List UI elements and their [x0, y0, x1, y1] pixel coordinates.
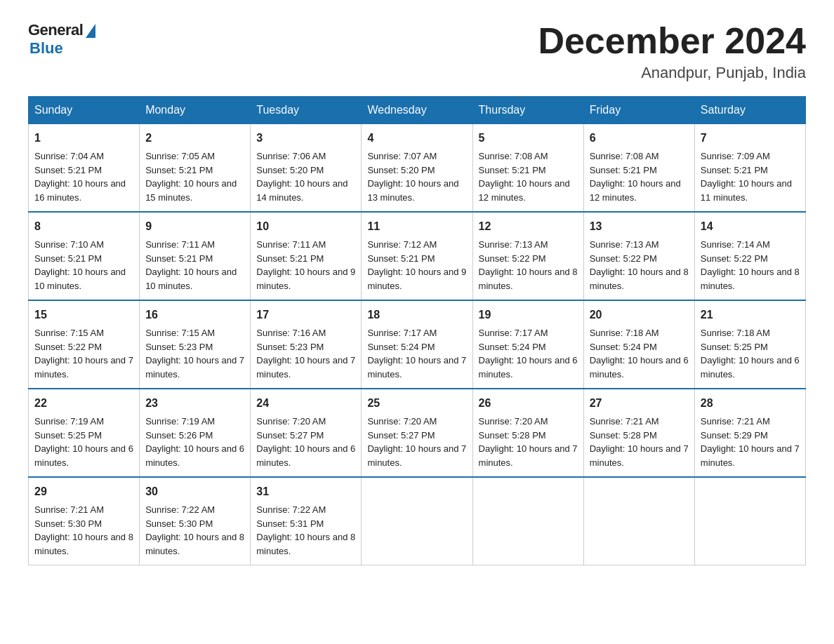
calendar-header-thursday: Thursday [472, 97, 583, 124]
calendar-week-row: 8Sunrise: 7:10 AMSunset: 5:21 PMDaylight… [29, 212, 806, 300]
calendar-cell: 7Sunrise: 7:09 AMSunset: 5:21 PMDaylight… [694, 124, 805, 213]
daylight-text: Daylight: 10 hours and 6 minutes. [256, 443, 355, 468]
sunset-text: Sunset: 5:24 PM [479, 342, 546, 352]
calendar-cell: 21Sunrise: 7:18 AMSunset: 5:25 PMDayligh… [694, 300, 805, 389]
sunrise-text: Sunrise: 7:08 AM [479, 151, 548, 161]
calendar-cell: 17Sunrise: 7:16 AMSunset: 5:23 PMDayligh… [251, 300, 362, 389]
daylight-text: Daylight: 10 hours and 7 minutes. [367, 443, 466, 468]
calendar-cell [362, 477, 472, 565]
calendar-cell: 23Sunrise: 7:19 AMSunset: 5:26 PMDayligh… [140, 389, 251, 477]
sunrise-text: Sunrise: 7:12 AM [367, 239, 437, 250]
daylight-text: Daylight: 10 hours and 9 minutes. [256, 267, 355, 291]
sunrise-text: Sunrise: 7:21 AM [34, 504, 104, 515]
day-number: 8 [34, 218, 133, 235]
calendar-cell [694, 477, 805, 565]
calendar-cell: 1Sunrise: 7:04 AMSunset: 5:21 PMDaylight… [29, 124, 140, 213]
daylight-text: Daylight: 10 hours and 9 minutes. [367, 267, 466, 291]
daylight-text: Daylight: 10 hours and 7 minutes. [590, 443, 689, 468]
daylight-text: Daylight: 10 hours and 7 minutes. [145, 355, 244, 380]
calendar-cell: 10Sunrise: 7:11 AMSunset: 5:21 PMDayligh… [251, 212, 362, 300]
sunset-text: Sunset: 5:28 PM [479, 430, 546, 441]
daylight-text: Daylight: 10 hours and 13 minutes. [367, 178, 458, 203]
calendar-header-saturday: Saturday [694, 97, 805, 124]
sunset-text: Sunset: 5:27 PM [367, 430, 435, 441]
sunrise-text: Sunrise: 7:11 AM [145, 239, 215, 250]
day-number: 20 [590, 307, 689, 323]
daylight-text: Daylight: 10 hours and 8 minutes. [145, 532, 244, 556]
daylight-text: Daylight: 10 hours and 7 minutes. [367, 355, 466, 380]
daylight-text: Daylight: 10 hours and 6 minutes. [34, 443, 133, 468]
daylight-text: Daylight: 10 hours and 6 minutes. [701, 355, 800, 380]
sunset-text: Sunset: 5:22 PM [34, 342, 102, 352]
daylight-text: Daylight: 10 hours and 10 minutes. [145, 267, 237, 291]
calendar-cell: 30Sunrise: 7:22 AMSunset: 5:30 PMDayligh… [140, 477, 251, 565]
sunrise-text: Sunrise: 7:18 AM [701, 328, 770, 338]
day-number: 4 [367, 130, 466, 147]
calendar-cell: 5Sunrise: 7:08 AMSunset: 5:21 PMDaylight… [472, 124, 583, 213]
sunset-text: Sunset: 5:22 PM [701, 253, 768, 264]
calendar-cell: 20Sunrise: 7:18 AMSunset: 5:24 PMDayligh… [583, 300, 694, 389]
sunrise-text: Sunrise: 7:13 AM [479, 239, 548, 250]
daylight-text: Daylight: 10 hours and 8 minutes. [590, 267, 689, 291]
calendar-header-row: SundayMondayTuesdayWednesdayThursdayFrid… [29, 97, 806, 124]
day-number: 24 [256, 395, 355, 412]
day-number: 15 [34, 307, 133, 323]
calendar-cell: 31Sunrise: 7:22 AMSunset: 5:31 PMDayligh… [251, 477, 362, 565]
calendar-cell: 15Sunrise: 7:15 AMSunset: 5:22 PMDayligh… [29, 300, 140, 389]
daylight-text: Daylight: 10 hours and 8 minutes. [479, 267, 578, 291]
sunrise-text: Sunrise: 7:11 AM [256, 239, 326, 250]
sunrise-text: Sunrise: 7:19 AM [145, 416, 215, 427]
calendar-week-row: 22Sunrise: 7:19 AMSunset: 5:25 PMDayligh… [29, 389, 806, 477]
sunset-text: Sunset: 5:30 PM [145, 518, 213, 529]
daylight-text: Daylight: 10 hours and 7 minutes. [701, 443, 800, 468]
calendar-cell: 4Sunrise: 7:07 AMSunset: 5:20 PMDaylight… [362, 124, 472, 213]
calendar-cell: 12Sunrise: 7:13 AMSunset: 5:22 PMDayligh… [472, 212, 583, 300]
day-number: 25 [367, 395, 466, 412]
page-header: General Blue December 2024 Anandpur, Pun… [28, 21, 806, 82]
daylight-text: Daylight: 10 hours and 6 minutes. [145, 443, 244, 468]
calendar-cell [472, 477, 583, 565]
month-title: December 2024 [538, 21, 806, 61]
sunrise-text: Sunrise: 7:13 AM [590, 239, 659, 250]
sunset-text: Sunset: 5:21 PM [701, 165, 768, 175]
sunset-text: Sunset: 5:20 PM [256, 165, 324, 175]
calendar-cell: 24Sunrise: 7:20 AMSunset: 5:27 PMDayligh… [251, 389, 362, 477]
sunset-text: Sunset: 5:29 PM [701, 430, 768, 441]
sunset-text: Sunset: 5:21 PM [590, 165, 657, 175]
calendar-week-row: 15Sunrise: 7:15 AMSunset: 5:22 PMDayligh… [29, 300, 806, 389]
day-number: 14 [701, 218, 800, 235]
calendar-cell: 27Sunrise: 7:21 AMSunset: 5:28 PMDayligh… [583, 389, 694, 477]
sunset-text: Sunset: 5:21 PM [34, 165, 102, 175]
sunrise-text: Sunrise: 7:08 AM [590, 151, 659, 161]
sunrise-text: Sunrise: 7:15 AM [145, 328, 215, 338]
day-number: 30 [145, 483, 244, 500]
sunrise-text: Sunrise: 7:10 AM [34, 239, 104, 250]
calendar-cell: 16Sunrise: 7:15 AMSunset: 5:23 PMDayligh… [140, 300, 251, 389]
sunrise-text: Sunrise: 7:17 AM [479, 328, 548, 338]
daylight-text: Daylight: 10 hours and 6 minutes. [590, 355, 689, 380]
calendar-cell: 8Sunrise: 7:10 AMSunset: 5:21 PMDaylight… [29, 212, 140, 300]
day-number: 28 [701, 395, 800, 412]
daylight-text: Daylight: 10 hours and 7 minutes. [479, 443, 578, 468]
sunset-text: Sunset: 5:20 PM [367, 165, 435, 175]
sunrise-text: Sunrise: 7:19 AM [34, 416, 104, 427]
day-number: 22 [34, 395, 133, 412]
daylight-text: Daylight: 10 hours and 15 minutes. [145, 178, 237, 203]
daylight-text: Daylight: 10 hours and 8 minutes. [701, 267, 800, 291]
sunrise-text: Sunrise: 7:17 AM [367, 328, 437, 338]
sunset-text: Sunset: 5:21 PM [34, 253, 102, 264]
calendar-week-row: 29Sunrise: 7:21 AMSunset: 5:30 PMDayligh… [29, 477, 806, 565]
calendar-header-friday: Friday [583, 97, 694, 124]
logo: General Blue [28, 21, 95, 58]
calendar-cell: 28Sunrise: 7:21 AMSunset: 5:29 PMDayligh… [694, 389, 805, 477]
title-area: December 2024 Anandpur, Punjab, India [538, 21, 806, 82]
calendar-cell [583, 477, 694, 565]
calendar-cell: 22Sunrise: 7:19 AMSunset: 5:25 PMDayligh… [29, 389, 140, 477]
sunset-text: Sunset: 5:22 PM [590, 253, 657, 264]
day-number: 19 [479, 307, 578, 323]
sunset-text: Sunset: 5:24 PM [590, 342, 657, 352]
sunset-text: Sunset: 5:28 PM [590, 430, 657, 441]
sunrise-text: Sunrise: 7:05 AM [145, 151, 215, 161]
sunrise-text: Sunrise: 7:04 AM [34, 151, 104, 161]
calendar-cell: 18Sunrise: 7:17 AMSunset: 5:24 PMDayligh… [362, 300, 472, 389]
